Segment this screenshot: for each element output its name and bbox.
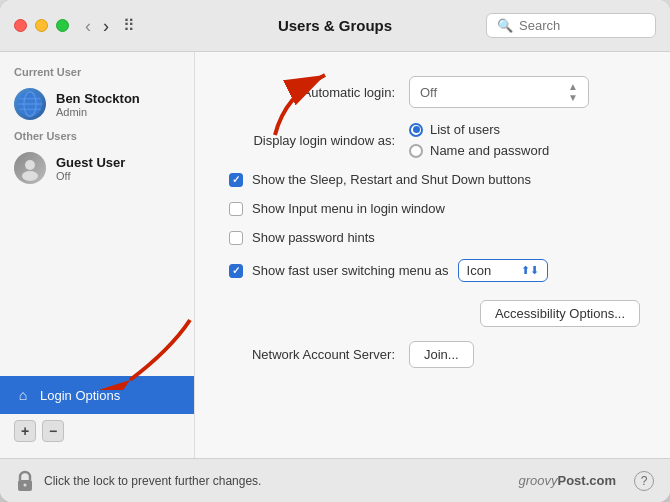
window: ‹ › ⠿ Users & Groups 🔍 Current User bbox=[0, 0, 670, 502]
radio-name-password[interactable]: Name and password bbox=[409, 143, 549, 158]
automatic-login-label: Automatic login: bbox=[225, 85, 395, 100]
fast-switching-checkbox[interactable] bbox=[229, 264, 243, 278]
network-account-row: Network Account Server: Join... bbox=[225, 341, 640, 368]
settings-panel: Automatic login: Off ▲▼ Display login wi… bbox=[195, 52, 670, 458]
fast-switching-label: Show fast user switching menu as bbox=[252, 263, 449, 278]
radio-circle-unchecked bbox=[409, 144, 423, 158]
lock-icon[interactable] bbox=[16, 470, 34, 492]
radio-label-list: List of users bbox=[430, 122, 500, 137]
user-info: Ben Stockton Admin bbox=[56, 91, 140, 118]
guest-avatar bbox=[14, 152, 46, 184]
titlebar: ‹ › ⠿ Users & Groups 🔍 bbox=[0, 0, 670, 52]
guest-role: Off bbox=[56, 170, 125, 182]
guest-name: Guest User bbox=[56, 155, 125, 170]
login-options-label: Login Options bbox=[40, 388, 120, 403]
dropdown-arrow-icon: ▲▼ bbox=[568, 81, 578, 103]
radio-group: List of users Name and password bbox=[409, 122, 549, 158]
search-box[interactable]: 🔍 bbox=[486, 13, 656, 38]
lock-text: Click the lock to prevent further change… bbox=[44, 474, 261, 488]
fast-switching-value: Icon bbox=[467, 263, 492, 278]
nav-buttons: ‹ › bbox=[81, 15, 113, 37]
radio-list-of-users[interactable]: List of users bbox=[409, 122, 549, 137]
window-title: Users & Groups bbox=[278, 17, 392, 34]
accessibility-options-button[interactable]: Accessibility Options... bbox=[480, 300, 640, 327]
remove-user-button[interactable]: − bbox=[42, 420, 64, 442]
display-login-row: Display login window as: List of users N… bbox=[225, 122, 640, 158]
switching-dropdown-arrow-icon: ⬆⬇ bbox=[521, 264, 539, 277]
password-hints-checkbox[interactable] bbox=[229, 231, 243, 245]
svg-rect-8 bbox=[24, 483, 27, 486]
login-options-button[interactable]: ⌂ Login Options bbox=[0, 376, 194, 414]
minimize-button[interactable] bbox=[35, 19, 48, 32]
guest-user-info: Guest User Off bbox=[56, 155, 125, 182]
current-user-item[interactable]: Ben Stockton Admin bbox=[0, 82, 194, 126]
search-icon: 🔍 bbox=[497, 18, 513, 33]
svg-point-5 bbox=[25, 160, 35, 170]
house-icon: ⌂ bbox=[14, 386, 32, 404]
avatar bbox=[14, 88, 46, 120]
forward-button[interactable]: › bbox=[99, 15, 113, 37]
user-name: Ben Stockton bbox=[56, 91, 140, 106]
bottom-bar: Click the lock to prevent further change… bbox=[0, 458, 670, 502]
automatic-login-dropdown[interactable]: Off ▲▼ bbox=[409, 76, 589, 108]
automatic-login-row: Automatic login: Off ▲▼ bbox=[225, 76, 640, 108]
sleep-restart-checkbox[interactable] bbox=[229, 173, 243, 187]
current-user-label: Current User bbox=[0, 62, 194, 82]
sleep-restart-row[interactable]: Show the Sleep, Restart and Shut Down bu… bbox=[225, 172, 640, 187]
network-account-label: Network Account Server: bbox=[225, 347, 395, 362]
main-content: Current User Ben Stockton Admin Othe bbox=[0, 52, 670, 458]
maximize-button[interactable] bbox=[56, 19, 69, 32]
other-users-label: Other Users bbox=[0, 126, 194, 146]
add-user-button[interactable]: + bbox=[14, 420, 36, 442]
fast-switching-dropdown[interactable]: Icon ⬆⬇ bbox=[458, 259, 548, 282]
search-input[interactable] bbox=[519, 18, 645, 33]
sidebar-actions: + − bbox=[0, 414, 194, 448]
automatic-login-value: Off bbox=[420, 85, 437, 100]
sidebar-bottom: ⌂ Login Options + − bbox=[0, 376, 194, 448]
user-role: Admin bbox=[56, 106, 140, 118]
input-menu-row[interactable]: Show Input menu in login window bbox=[225, 201, 640, 216]
grid-icon[interactable]: ⠿ bbox=[123, 16, 135, 35]
join-button[interactable]: Join... bbox=[409, 341, 474, 368]
sidebar: Current User Ben Stockton Admin Othe bbox=[0, 52, 195, 458]
guest-user-item[interactable]: Guest User Off bbox=[0, 146, 194, 190]
brand-label: groovyPost.com bbox=[518, 473, 616, 488]
sleep-restart-label: Show the Sleep, Restart and Shut Down bu… bbox=[252, 172, 531, 187]
back-button[interactable]: ‹ bbox=[81, 15, 95, 37]
accessibility-section: Accessibility Options... bbox=[225, 300, 640, 327]
traffic-lights bbox=[14, 19, 69, 32]
radio-label-name: Name and password bbox=[430, 143, 549, 158]
password-hints-label: Show password hints bbox=[252, 230, 375, 245]
password-hints-row[interactable]: Show password hints bbox=[225, 230, 640, 245]
radio-circle-checked bbox=[409, 123, 423, 137]
close-button[interactable] bbox=[14, 19, 27, 32]
input-menu-label: Show Input menu in login window bbox=[252, 201, 445, 216]
fast-switching-row: Show fast user switching menu as Icon ⬆⬇ bbox=[225, 259, 640, 282]
svg-point-6 bbox=[22, 171, 38, 181]
input-menu-checkbox[interactable] bbox=[229, 202, 243, 216]
help-button[interactable]: ? bbox=[634, 471, 654, 491]
display-login-label: Display login window as: bbox=[225, 133, 395, 148]
